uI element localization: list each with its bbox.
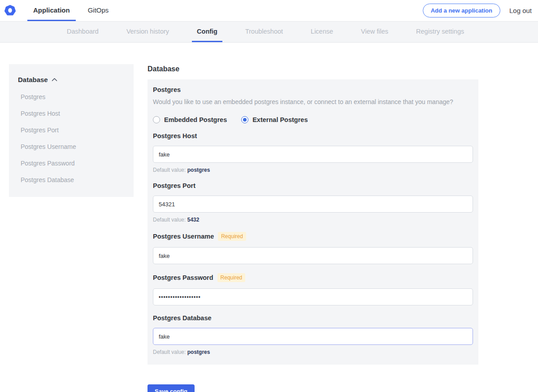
section-title: Database [148, 65, 478, 73]
postgres-host-label-row: Postgres Host [153, 132, 473, 139]
tab-gitops[interactable]: GitOps [82, 0, 115, 21]
logout-link[interactable]: Log out [509, 7, 532, 14]
default-value: postgres [187, 349, 210, 355]
app-subnav: Dashboard Version history Config Trouble… [0, 22, 538, 43]
app-logo-icon [4, 5, 16, 16]
database-config-panel: Postgres Would you like to use an embedd… [148, 79, 478, 365]
default-value: 5432 [187, 217, 200, 223]
postgres-password-label-row: Postgres Password Required [153, 273, 473, 282]
top-header: Application GitOps Add a new application… [0, 0, 538, 22]
postgres-port-default-hint: Default value: 5432 [153, 217, 473, 223]
postgres-help-text: Would you like to use an embedded postgr… [153, 98, 473, 105]
subnav-dashboard[interactable]: Dashboard [62, 22, 104, 42]
app-logo[interactable] [0, 0, 27, 21]
postgres-host-input[interactable] [153, 146, 473, 163]
postgres-username-label-row: Postgres Username Required [153, 232, 473, 241]
default-label: Default value: [153, 349, 186, 355]
required-badge: Required [218, 232, 246, 241]
default-label: Default value: [153, 217, 186, 223]
postgres-database-label-row: Postgres Database [153, 314, 473, 322]
default-label: Default value: [153, 167, 186, 173]
default-value: postgres [187, 167, 210, 173]
postgres-port-label-row: Postgres Port [153, 182, 473, 189]
sidebar-item-postgres-password[interactable]: Postgres Password [18, 160, 126, 167]
sidebar-item-postgres-port[interactable]: Postgres Port [18, 126, 126, 134]
postgres-database-label: Postgres Database [153, 314, 212, 322]
subnav-license[interactable]: License [306, 22, 338, 42]
subnav-registry-settings[interactable]: Registry settings [411, 22, 469, 42]
sidebar-item-postgres-username[interactable]: Postgres Username [18, 143, 126, 150]
save-config-button[interactable]: Save config [148, 384, 195, 392]
postgres-password-label: Postgres Password [153, 274, 213, 281]
tab-gitops-label: GitOps [88, 6, 109, 14]
config-form: Database Postgres Would you like to use … [148, 64, 478, 392]
radio-embedded-postgres[interactable]: Embedded Postgres [153, 116, 227, 123]
primary-tabs: Application GitOps [27, 0, 121, 21]
tab-application[interactable]: Application [27, 0, 76, 21]
radio-embedded-label: Embedded Postgres [164, 116, 227, 123]
postgres-host-default-hint: Default value: postgres [153, 167, 473, 173]
radio-selected-icon[interactable] [241, 116, 248, 123]
chevron-up-icon [52, 78, 57, 82]
required-badge: Required [217, 273, 246, 282]
postgres-group-label: Postgres [153, 86, 473, 93]
postgres-username-input[interactable] [153, 247, 473, 264]
sidebar-item-postgres[interactable]: Postgres [18, 93, 126, 100]
sidebar-group-database[interactable]: Database [18, 76, 126, 83]
radio-unselected-icon[interactable] [153, 116, 160, 123]
postgres-port-label: Postgres Port [153, 182, 195, 189]
postgres-database-default-hint: Default value: postgres [153, 349, 473, 355]
config-content: Database Postgres Postgres Host Postgres… [0, 43, 538, 392]
radio-external-label: External Postgres [252, 116, 308, 123]
tab-application-label: Application [33, 6, 70, 14]
postgres-radio-group: Embedded Postgres External Postgres [153, 116, 473, 123]
postgres-username-label: Postgres Username [153, 233, 214, 240]
sidebar-group-label: Database [18, 76, 48, 83]
postgres-database-input[interactable] [153, 328, 473, 345]
config-sidebar: Database Postgres Postgres Host Postgres… [9, 64, 134, 197]
sidebar-item-postgres-database[interactable]: Postgres Database [18, 176, 126, 183]
radio-external-postgres[interactable]: External Postgres [241, 116, 308, 123]
postgres-host-label: Postgres Host [153, 132, 197, 139]
subnav-view-files[interactable]: View files [356, 22, 393, 42]
subnav-config[interactable]: Config [192, 22, 222, 42]
subnav-troubleshoot[interactable]: Troubleshoot [240, 22, 288, 42]
sidebar-item-postgres-host[interactable]: Postgres Host [18, 110, 126, 117]
add-application-button[interactable]: Add a new application [423, 4, 500, 17]
postgres-password-input[interactable] [153, 288, 473, 305]
subnav-version-history[interactable]: Version history [121, 22, 174, 42]
sidebar-item-list: Postgres Postgres Host Postgres Port Pos… [18, 93, 126, 183]
postgres-port-input[interactable] [153, 196, 473, 213]
header-spacer [121, 0, 422, 21]
